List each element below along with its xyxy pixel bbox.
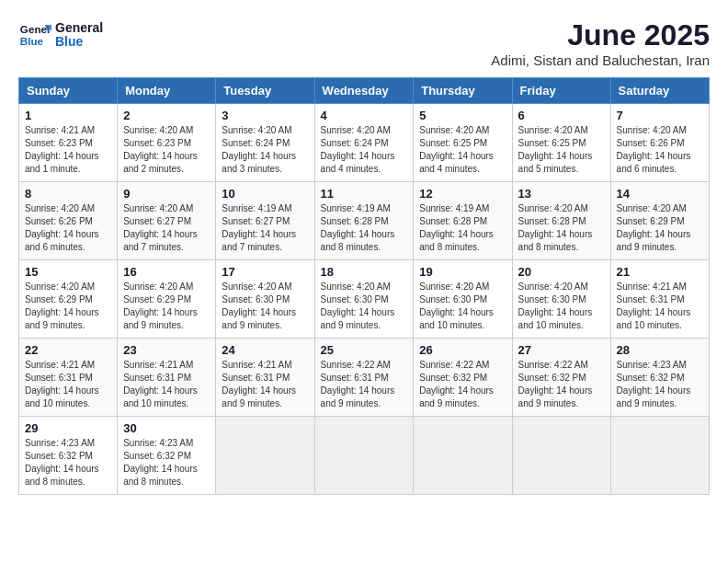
day-number: 8 xyxy=(25,187,111,201)
day-info: Sunrise: 4:19 AM Sunset: 6:28 PM Dayligh… xyxy=(419,202,506,254)
day-info: Sunrise: 4:23 AM Sunset: 6:32 PM Dayligh… xyxy=(123,437,210,488)
calendar-cell: 20Sunrise: 4:20 AM Sunset: 6:30 PM Dayli… xyxy=(512,260,610,339)
calendar-cell: 25Sunrise: 4:22 AM Sunset: 6:31 PM Dayli… xyxy=(314,339,414,417)
calendar-cell: 16Sunrise: 4:20 AM Sunset: 6:29 PM Dayli… xyxy=(118,260,216,339)
day-info: Sunrise: 4:20 AM Sunset: 6:25 PM Dayligh… xyxy=(419,124,506,176)
day-number: 29 xyxy=(25,421,111,435)
calendar-cell: 13Sunrise: 4:20 AM Sunset: 6:28 PM Dayli… xyxy=(512,182,610,260)
day-header-sunday: Sunday xyxy=(19,78,118,104)
calendar-cell: 30Sunrise: 4:23 AM Sunset: 6:32 PM Dayli… xyxy=(118,417,216,495)
day-number: 13 xyxy=(518,187,605,201)
logo: General Blue General Blue xyxy=(18,18,103,52)
calendar-cell: 4Sunrise: 4:20 AM Sunset: 6:24 PM Daylig… xyxy=(314,104,414,182)
calendar-cell: 7Sunrise: 4:20 AM Sunset: 6:26 PM Daylig… xyxy=(610,104,709,182)
day-info: Sunrise: 4:20 AM Sunset: 6:30 PM Dayligh… xyxy=(419,281,506,332)
day-number: 28 xyxy=(617,343,703,357)
day-number: 25 xyxy=(321,343,408,357)
day-number: 6 xyxy=(518,109,605,122)
calendar-cell: 23Sunrise: 4:21 AM Sunset: 6:31 PM Dayli… xyxy=(118,339,216,417)
calendar-cell: 27Sunrise: 4:22 AM Sunset: 6:32 PM Dayli… xyxy=(512,339,610,417)
day-info: Sunrise: 4:20 AM Sunset: 6:30 PM Dayligh… xyxy=(222,281,308,332)
calendar: SundayMondayTuesdayWednesdayThursdayFrid… xyxy=(18,77,710,495)
month-title: June 2025 xyxy=(491,18,710,52)
day-number: 12 xyxy=(419,187,506,201)
logo-icon: General Blue xyxy=(18,18,51,52)
day-info: Sunrise: 4:21 AM Sunset: 6:31 PM Dayligh… xyxy=(123,359,210,410)
day-info: Sunrise: 4:21 AM Sunset: 6:31 PM Dayligh… xyxy=(222,359,308,410)
logo-general: General xyxy=(55,21,103,35)
calendar-cell: 17Sunrise: 4:20 AM Sunset: 6:30 PM Dayli… xyxy=(216,260,314,339)
header: General Blue General Blue June 2025 Adim… xyxy=(18,18,710,68)
day-number: 21 xyxy=(617,265,703,279)
day-header-saturday: Saturday xyxy=(610,78,709,104)
calendar-cell xyxy=(610,417,709,495)
day-number: 18 xyxy=(321,265,408,279)
calendar-cell: 9Sunrise: 4:20 AM Sunset: 6:27 PM Daylig… xyxy=(118,182,216,260)
calendar-week-3: 15Sunrise: 4:20 AM Sunset: 6:29 PM Dayli… xyxy=(19,260,710,339)
calendar-cell: 26Sunrise: 4:22 AM Sunset: 6:32 PM Dayli… xyxy=(414,339,512,417)
calendar-cell: 19Sunrise: 4:20 AM Sunset: 6:30 PM Dayli… xyxy=(414,260,512,339)
day-header-friday: Friday xyxy=(512,78,610,104)
day-info: Sunrise: 4:19 AM Sunset: 6:27 PM Dayligh… xyxy=(222,202,308,254)
calendar-cell: 2Sunrise: 4:20 AM Sunset: 6:23 PM Daylig… xyxy=(118,104,216,182)
calendar-cell: 15Sunrise: 4:20 AM Sunset: 6:29 PM Dayli… xyxy=(19,260,118,339)
day-info: Sunrise: 4:20 AM Sunset: 6:24 PM Dayligh… xyxy=(222,124,308,176)
calendar-week-5: 29Sunrise: 4:23 AM Sunset: 6:32 PM Dayli… xyxy=(19,417,710,495)
day-info: Sunrise: 4:20 AM Sunset: 6:30 PM Dayligh… xyxy=(321,281,408,332)
day-info: Sunrise: 4:20 AM Sunset: 6:28 PM Dayligh… xyxy=(518,202,605,254)
day-info: Sunrise: 4:19 AM Sunset: 6:28 PM Dayligh… xyxy=(321,202,408,254)
calendar-cell xyxy=(216,417,314,495)
calendar-cell: 14Sunrise: 4:20 AM Sunset: 6:29 PM Dayli… xyxy=(610,182,709,260)
day-number: 1 xyxy=(25,109,111,122)
day-info: Sunrise: 4:20 AM Sunset: 6:27 PM Dayligh… xyxy=(123,202,210,254)
calendar-cell: 12Sunrise: 4:19 AM Sunset: 6:28 PM Dayli… xyxy=(414,182,512,260)
day-number: 3 xyxy=(222,109,308,122)
day-number: 24 xyxy=(222,343,308,357)
calendar-cell xyxy=(314,417,414,495)
day-info: Sunrise: 4:20 AM Sunset: 6:23 PM Dayligh… xyxy=(123,124,210,176)
day-number: 5 xyxy=(419,109,506,122)
location-subtitle: Adimi, Sistan and Baluchestan, Iran xyxy=(491,52,710,68)
calendar-cell: 22Sunrise: 4:21 AM Sunset: 6:31 PM Dayli… xyxy=(19,339,118,417)
calendar-cell xyxy=(512,417,610,495)
day-info: Sunrise: 4:20 AM Sunset: 6:26 PM Dayligh… xyxy=(25,202,111,254)
day-info: Sunrise: 4:20 AM Sunset: 6:26 PM Dayligh… xyxy=(617,124,703,176)
calendar-cell: 21Sunrise: 4:21 AM Sunset: 6:31 PM Dayli… xyxy=(610,260,709,339)
calendar-week-2: 8Sunrise: 4:20 AM Sunset: 6:26 PM Daylig… xyxy=(19,182,710,260)
svg-text:General: General xyxy=(20,23,51,35)
calendar-week-1: 1Sunrise: 4:21 AM Sunset: 6:23 PM Daylig… xyxy=(19,104,710,182)
day-info: Sunrise: 4:20 AM Sunset: 6:29 PM Dayligh… xyxy=(617,202,703,254)
day-header-thursday: Thursday xyxy=(414,78,512,104)
day-info: Sunrise: 4:21 AM Sunset: 6:31 PM Dayligh… xyxy=(25,359,111,410)
day-info: Sunrise: 4:20 AM Sunset: 6:29 PM Dayligh… xyxy=(25,281,111,332)
day-info: Sunrise: 4:20 AM Sunset: 6:29 PM Dayligh… xyxy=(123,281,210,332)
day-number: 20 xyxy=(518,265,605,279)
calendar-cell: 18Sunrise: 4:20 AM Sunset: 6:30 PM Dayli… xyxy=(314,260,414,339)
svg-text:Blue: Blue xyxy=(20,35,44,47)
day-number: 11 xyxy=(321,187,408,201)
day-info: Sunrise: 4:20 AM Sunset: 6:30 PM Dayligh… xyxy=(518,281,605,332)
calendar-cell: 6Sunrise: 4:20 AM Sunset: 6:25 PM Daylig… xyxy=(512,104,610,182)
day-number: 16 xyxy=(123,265,210,279)
day-number: 22 xyxy=(25,343,111,357)
day-number: 23 xyxy=(123,343,210,357)
day-info: Sunrise: 4:22 AM Sunset: 6:31 PM Dayligh… xyxy=(321,359,408,410)
day-number: 4 xyxy=(321,109,408,122)
calendar-cell: 24Sunrise: 4:21 AM Sunset: 6:31 PM Dayli… xyxy=(216,339,314,417)
day-number: 15 xyxy=(25,265,111,279)
calendar-cell: 28Sunrise: 4:23 AM Sunset: 6:32 PM Dayli… xyxy=(610,339,709,417)
day-number: 27 xyxy=(518,343,605,357)
calendar-week-4: 22Sunrise: 4:21 AM Sunset: 6:31 PM Dayli… xyxy=(19,339,710,417)
calendar-cell: 1Sunrise: 4:21 AM Sunset: 6:23 PM Daylig… xyxy=(19,104,118,182)
day-number: 14 xyxy=(617,187,703,201)
logo-blue: Blue xyxy=(55,35,103,49)
day-info: Sunrise: 4:23 AM Sunset: 6:32 PM Dayligh… xyxy=(25,437,111,488)
calendar-cell xyxy=(414,417,512,495)
day-info: Sunrise: 4:21 AM Sunset: 6:23 PM Dayligh… xyxy=(25,124,111,176)
calendar-cell: 11Sunrise: 4:19 AM Sunset: 6:28 PM Dayli… xyxy=(314,182,414,260)
calendar-cell: 29Sunrise: 4:23 AM Sunset: 6:32 PM Dayli… xyxy=(19,417,118,495)
day-number: 26 xyxy=(419,343,506,357)
day-info: Sunrise: 4:20 AM Sunset: 6:24 PM Dayligh… xyxy=(321,124,408,176)
calendar-cell: 5Sunrise: 4:20 AM Sunset: 6:25 PM Daylig… xyxy=(414,104,512,182)
day-info: Sunrise: 4:22 AM Sunset: 6:32 PM Dayligh… xyxy=(419,359,506,410)
